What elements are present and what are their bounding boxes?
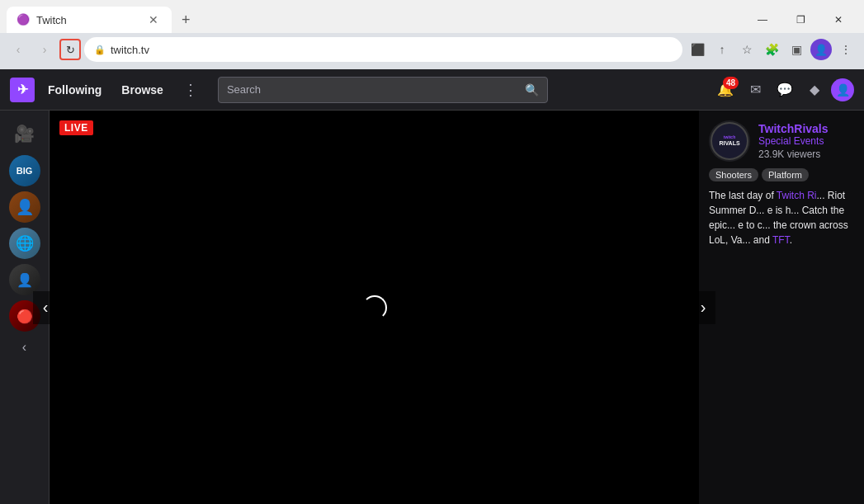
twitch-logo[interactable]: ✈ [10, 78, 35, 102]
reload-button[interactable]: ↻ [59, 39, 81, 60]
user-profile-chrome[interactable]: 👤 [810, 38, 833, 61]
search-input[interactable] [227, 83, 525, 96]
address-bar: ‹ › ↻ 🔒 twitch.tv ⬛ ↑ ☆ 🧩 ▣ 👤 ⋮ [0, 33, 864, 69]
inbox-button[interactable]: ✉ [742, 77, 768, 103]
lock-icon: 🔒 [94, 45, 106, 55]
inbox-icon: ✉ [750, 82, 761, 97]
main-content: 🎥 BIG 👤 🌐 👤 🔴 ‹ LIVE ‹ [0, 111, 864, 504]
channel-category[interactable]: Special Events [758, 135, 854, 147]
camera-icon: 🎥 [14, 124, 35, 144]
channel-avatar[interactable]: twitch RIVALS [709, 120, 750, 162]
twitch-logo-icon: ✈ [17, 82, 28, 97]
channel-header: twitch RIVALS TwitchRivals Special Event… [709, 120, 854, 162]
tft-link[interactable]: TFT [772, 234, 790, 246]
twitch-app: ✈ Following Browse ⋮ 🔍 🔔 48 ✉ 💬 ◆ 👤 [0, 69, 864, 504]
search-button[interactable]: 🔍 [525, 83, 539, 97]
share-icon[interactable]: ↑ [711, 38, 734, 61]
browser-chrome: 🟣 Twitch ✕ + — ❐ ✕ ‹ › ↻ 🔒 twitch.tv ⬛ ↑… [0, 0, 864, 69]
live-badge: LIVE [59, 120, 93, 135]
whisper-button[interactable]: 💬 [772, 77, 798, 103]
nav-following[interactable]: Following [41, 78, 108, 101]
twitch-rivals-link[interactable]: Twitch Ri [777, 190, 817, 201]
channel-1-label: BIG [17, 166, 33, 176]
channel-name[interactable]: TwitchRivals [758, 122, 854, 135]
maximize-button[interactable]: ❐ [781, 7, 819, 33]
tab-title: Twitch [36, 14, 139, 26]
prime-button[interactable]: ◆ [801, 77, 828, 103]
user-icon: 👤 [836, 83, 850, 97]
channel-4-avatar: 👤 [17, 272, 33, 288]
user-avatar-nav[interactable]: 👤 [831, 78, 854, 101]
nav-browse[interactable]: Browse [115, 78, 170, 101]
forward-button[interactable]: › [33, 38, 56, 61]
profile-avatar: 👤 [810, 39, 832, 60]
tag-platform[interactable]: Platform [762, 168, 809, 181]
notifications-button[interactable]: 🔔 48 [712, 77, 739, 103]
close-button[interactable]: ✕ [819, 7, 857, 33]
translate-icon[interactable]: ⬛ [686, 38, 709, 61]
sidebar-camera-icon[interactable]: 🎥 [8, 117, 41, 150]
notification-badge: 48 [723, 77, 739, 89]
sidebar-collapse-button[interactable]: ‹ [22, 340, 26, 355]
whisper-icon: 💬 [777, 82, 793, 97]
toolbar-icons: ⬛ ↑ ☆ 🧩 ▣ 👤 ⋮ [686, 38, 857, 61]
video-player[interactable]: LIVE ‹ › [50, 111, 699, 504]
channel-5-avatar: 🔴 [17, 309, 33, 324]
extensions-icon[interactable]: 🧩 [760, 38, 783, 61]
bookmark-icon[interactable]: ☆ [735, 38, 758, 61]
tag-shooters[interactable]: Shooters [709, 168, 758, 181]
url-bar[interactable]: 🔒 twitch.tv [84, 37, 682, 62]
right-panel: twitch RIVALS TwitchRivals Special Event… [699, 111, 864, 504]
sidebar-channel-1[interactable]: BIG [9, 155, 40, 186]
channel-info: TwitchRivals Special Events 23.9K viewer… [758, 122, 854, 160]
prev-button[interactable]: ‹ [33, 291, 58, 324]
nav-more-button[interactable]: ⋮ [177, 78, 205, 102]
top-nav: ✈ Following Browse ⋮ 🔍 🔔 48 ✉ 💬 ◆ 👤 [0, 69, 864, 111]
search-bar[interactable]: 🔍 [218, 77, 548, 103]
minimize-button[interactable]: — [744, 7, 781, 33]
sidebar-channel-2[interactable]: 👤 [9, 191, 40, 223]
sidebar-channel-3[interactable]: 🌐 [9, 228, 40, 259]
tab-close-button[interactable]: ✕ [145, 12, 162, 28]
back-button[interactable]: ‹ [7, 38, 30, 61]
channel-2-avatar: 👤 [16, 198, 34, 216]
loading-spinner [362, 295, 387, 320]
window-controls: — ❐ ✕ [744, 7, 857, 33]
channel-description: The last day of Twitch Ri... Riot Summer… [709, 188, 854, 247]
tab-bar: 🟣 Twitch ✕ + — ❐ ✕ [0, 0, 864, 33]
tab-favicon: 🟣 [17, 13, 30, 26]
split-screen-icon[interactable]: ▣ [785, 38, 808, 61]
prime-icon: ◆ [810, 82, 819, 97]
video-section: LIVE ‹ › [50, 111, 699, 504]
menu-button[interactable]: ⋮ [834, 38, 857, 61]
channel-viewers: 23.9K viewers [758, 148, 854, 160]
channel-3-avatar: 🌐 [16, 234, 34, 252]
nav-right-icons: 🔔 48 ✉ 💬 ◆ 👤 [712, 77, 854, 103]
channel-tags: Shooters Platform [709, 168, 854, 181]
url-text: twitch.tv [111, 44, 673, 56]
next-button[interactable]: › [691, 291, 715, 324]
new-tab-button[interactable]: + [175, 8, 197, 32]
active-tab[interactable]: 🟣 Twitch ✕ [7, 7, 172, 33]
